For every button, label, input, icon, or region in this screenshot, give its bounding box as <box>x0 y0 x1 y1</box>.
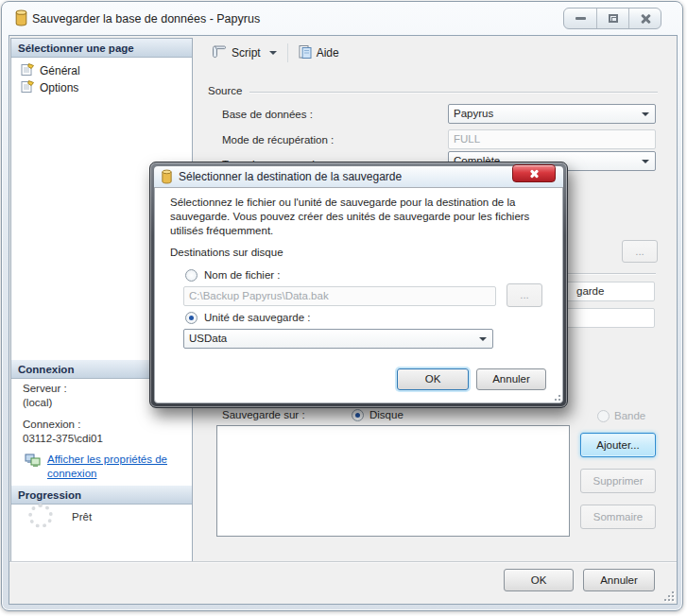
modal-description: Sélectionnez le fichier ou l'unité de sa… <box>170 196 552 238</box>
database-select[interactable]: Papyrus <box>448 104 656 124</box>
progress-header: Progression <box>11 486 192 505</box>
modal-close-button[interactable] <box>512 164 556 182</box>
toolbar-separator <box>287 43 288 62</box>
help-button[interactable]: Aide <box>294 42 344 65</box>
modal-titlebar: Sélectionner la destination de la sauveg… <box>154 166 563 187</box>
backup-device-radio-label[interactable]: Unité de sauvegarde : <box>204 312 311 323</box>
recovery-model-field: FULL <box>448 129 656 149</box>
window-controls <box>563 8 661 29</box>
backup-on-label: Sauvegarde sur : <box>222 409 305 420</box>
script-icon <box>211 44 227 61</box>
footer-rule <box>9 561 677 562</box>
connection-properties-icon <box>25 453 42 471</box>
modal-cancel-button[interactable]: Annuler <box>476 368 546 390</box>
modal-ok-button[interactable]: OK <box>397 368 469 390</box>
ok-button[interactable]: OK <box>504 569 574 591</box>
close-icon <box>640 13 651 25</box>
select-backup-destination-dialog: Sélectionner la destination de la sauveg… <box>149 162 568 408</box>
chevron-down-icon <box>642 160 649 163</box>
close-icon <box>529 169 539 179</box>
script-label: Script <box>232 46 261 60</box>
progress-spinner-icon <box>28 504 53 528</box>
page-icon <box>21 79 35 96</box>
source-section-label: Source <box>208 85 242 96</box>
progress-status: Prêt <box>72 511 92 522</box>
screenshot-stage: Sauvegarder la base de données - Papyrus… <box>0 0 687 616</box>
backup-device-radio[interactable] <box>185 312 198 324</box>
window-title: Sauvegarder la base de données - Papyrus <box>32 12 260 26</box>
database-value: Papyrus <box>454 108 493 119</box>
backup-set-name-partial: garde <box>576 282 604 300</box>
disk-radio-label[interactable]: Disque <box>369 409 404 420</box>
disk-radio[interactable] <box>352 409 364 421</box>
destination-list[interactable] <box>216 425 570 537</box>
restore-icon <box>609 14 618 23</box>
tape-radio-label: Bande <box>614 410 645 421</box>
browse-button: ... <box>622 240 658 263</box>
sidebar-item-label: Général <box>40 64 80 77</box>
backup-device-value: USData <box>189 333 227 344</box>
database-icon <box>161 169 173 184</box>
close-button[interactable] <box>628 9 661 28</box>
backup-device-select[interactable]: USData <box>183 329 493 349</box>
modal-content: Sélectionnez le fichier ou l'unité de sa… <box>154 187 563 403</box>
minimize-button[interactable] <box>564 9 596 28</box>
source-section-rule <box>249 92 658 93</box>
server-label: Serveur : <box>23 383 67 394</box>
modal-browse-button: ... <box>507 283 542 307</box>
cancel-button[interactable]: Annuler <box>583 569 655 591</box>
connection-value: 03112-375\cdi01 <box>23 433 103 444</box>
contents-button: Sommaire <box>580 505 656 529</box>
destinations-on-disk-label: Destinations sur disque <box>170 247 283 258</box>
file-name-radio-label[interactable]: Nom de fichier : <box>204 269 281 281</box>
toolbar: Script Aide <box>195 38 677 68</box>
file-name-radio[interactable] <box>185 269 198 282</box>
sidebar-item-options[interactable]: Options <box>21 80 78 95</box>
help-label: Aide <box>317 46 339 60</box>
modal-resize-grip[interactable] <box>550 390 561 402</box>
script-button[interactable]: Script <box>206 42 282 64</box>
chevron-down-icon <box>642 112 649 116</box>
resize-grip[interactable] <box>663 590 675 602</box>
server-value: (local) <box>23 397 52 408</box>
remove-button: Supprimer <box>580 469 656 493</box>
select-page-header: Sélectionner une page <box>11 39 192 58</box>
sidebar-item-label: Options <box>40 81 78 94</box>
database-label: Base de données : <box>222 109 313 120</box>
database-icon <box>14 9 28 29</box>
connection-label: Connexion : <box>23 419 80 430</box>
add-button[interactable]: Ajouter... <box>580 433 656 457</box>
file-path-field: C:\Backup Papyrus\Data.bak <box>183 286 496 306</box>
script-dropdown-arrow-icon <box>269 51 277 55</box>
restore-button[interactable] <box>596 9 628 28</box>
chevron-down-icon <box>479 337 487 341</box>
page-icon <box>21 62 35 79</box>
show-connection-properties-link[interactable]: Afficher les propriétés de connexion <box>47 453 191 481</box>
recovery-model-label: Mode de récupération : <box>222 134 334 145</box>
modal-title: Sélectionner la destination de la sauveg… <box>179 170 402 183</box>
sidebar-item-general[interactable]: Général <box>21 63 80 78</box>
help-icon <box>299 44 312 62</box>
minimize-icon <box>575 17 586 20</box>
tape-radio <box>597 410 610 422</box>
